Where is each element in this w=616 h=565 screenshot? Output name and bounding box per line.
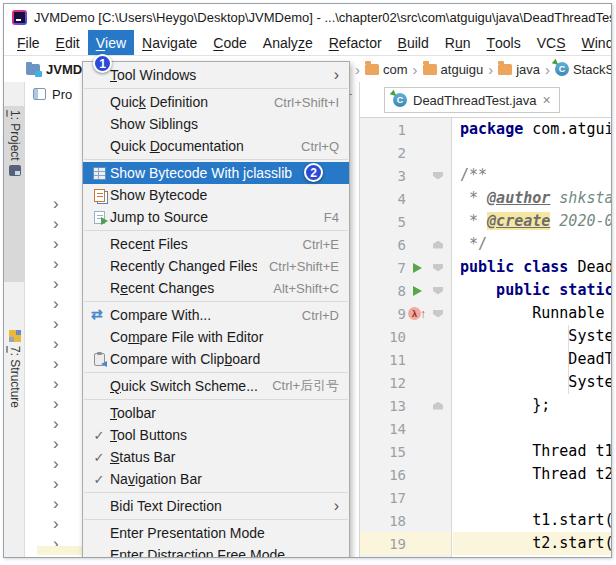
menubar-item-navigate[interactable]: Navigate bbox=[134, 30, 205, 55]
lambda-implement-icon[interactable]: λ↑ bbox=[406, 307, 428, 321]
menubar-item-code[interactable]: Code bbox=[205, 30, 254, 55]
breadcrumb-item-stacks[interactable]: CStackS bbox=[555, 62, 612, 77]
code-line-12: System.out.print bbox=[453, 371, 611, 394]
menu-item-quick-switch-scheme[interactable]: Quick Switch Scheme...Ctrl+后引号 bbox=[83, 375, 349, 397]
menubar-item-window[interactable]: Window bbox=[574, 30, 612, 55]
line-number: 4 bbox=[360, 191, 406, 207]
chevron-right-icon[interactable]: › bbox=[53, 397, 59, 411]
gutter-row: 2 bbox=[360, 141, 451, 164]
breadcrumb-item-com[interactable]: com bbox=[365, 62, 408, 77]
menu-separator bbox=[84, 372, 348, 373]
menu-item-enter-presentation-mode[interactable]: Enter Presentation Mode bbox=[83, 522, 349, 544]
code-token: shkstart bbox=[559, 189, 611, 207]
gutter-row: 5 bbox=[360, 210, 451, 233]
menu-item-tool-buttons[interactable]: ✓Tool Buttons bbox=[83, 424, 349, 446]
menu-separator bbox=[84, 230, 348, 231]
chevron-right-icon[interactable]: › bbox=[53, 457, 59, 471]
editor-tab-bar: C DeadThreadTest.java × bbox=[360, 82, 611, 118]
menubar-item-refactor[interactable]: Refactor bbox=[321, 30, 390, 55]
code-token: DeadThreadTest { bbox=[568, 258, 611, 276]
menu-item-status-bar[interactable]: ✓Status Bar bbox=[83, 446, 349, 468]
menubar-item-file[interactable]: File bbox=[9, 30, 48, 55]
code-line-11: DeadThread.m bbox=[453, 348, 611, 371]
jclasslib-icon bbox=[88, 167, 110, 180]
menu-item-quick-documentation[interactable]: Quick DocumentationCtrl+Q bbox=[83, 135, 349, 157]
fold-marker-icon[interactable] bbox=[428, 264, 448, 272]
sidebar-tab-structure[interactable]: 7: Structure bbox=[4, 326, 25, 478]
chevron-right-icon[interactable]: › bbox=[53, 357, 59, 371]
code-area: 123456789λ↑1011121314151617181920 packag… bbox=[360, 118, 611, 557]
menu-item-recent-changes[interactable]: Recent ChangesAlt+Shift+C bbox=[83, 277, 349, 299]
line-number: 3 bbox=[360, 168, 406, 184]
code-token: public static void bbox=[460, 281, 611, 299]
chevron-right-icon[interactable]: › bbox=[53, 197, 59, 211]
menu-item-show-bytecode[interactable]: Show Bytecode bbox=[83, 184, 349, 206]
menu-item-compare-with[interactable]: Compare With...Ctrl+D bbox=[83, 304, 349, 326]
line-number: 16 bbox=[360, 467, 406, 483]
line-number: 18 bbox=[360, 513, 406, 529]
tab-close-icon[interactable]: × bbox=[543, 92, 551, 108]
code-line-20: } bbox=[453, 555, 611, 557]
menu-item-label: Compare with Clipboard bbox=[110, 351, 339, 367]
nav-project-root[interactable]: JVMD bbox=[26, 56, 82, 82]
chevron-right-icon[interactable]: › bbox=[53, 497, 59, 511]
fold-marker-icon[interactable] bbox=[428, 287, 448, 295]
run-button-icon[interactable] bbox=[406, 286, 428, 296]
breadcrumb-item-atguigu[interactable]: atguigu bbox=[423, 62, 484, 77]
menu-item-quick-definition[interactable]: Quick DefinitionCtrl+Shift+I bbox=[83, 91, 349, 113]
menu-item-label: Quick Documentation bbox=[110, 138, 289, 154]
menu-item-show-siblings[interactable]: Show Siblings bbox=[83, 113, 349, 135]
menubar-item-build[interactable]: Build bbox=[390, 30, 437, 55]
menu-item-toolbar[interactable]: Toolbar bbox=[83, 402, 349, 424]
menu-item-shortcut: Ctrl+D bbox=[302, 308, 339, 323]
menu-item-enter-distraction-free-mode[interactable]: Enter Distraction Free Mode bbox=[83, 544, 349, 558]
fold-marker-icon[interactable] bbox=[428, 241, 448, 249]
chevron-right-icon[interactable]: › bbox=[53, 417, 59, 431]
menu-item-navigation-bar[interactable]: ✓Navigation Bar bbox=[83, 468, 349, 490]
menubar-item-view[interactable]: View bbox=[88, 30, 134, 55]
breadcrumb-item-java[interactable]: java bbox=[498, 62, 540, 77]
code-line-3: /** bbox=[453, 164, 611, 187]
chevron-right-icon[interactable]: › bbox=[53, 337, 59, 351]
menubar-item-vcs[interactable]: VCS bbox=[529, 30, 574, 55]
menubar-item-run[interactable]: Run bbox=[437, 30, 479, 55]
gutter-row: 12 bbox=[360, 371, 451, 394]
chevron-right-icon[interactable]: › bbox=[53, 437, 59, 451]
java-class-icon: C bbox=[393, 93, 407, 107]
run-button-icon[interactable] bbox=[406, 263, 428, 273]
code-line-8: public static void main(String[] args) { bbox=[453, 279, 611, 302]
menubar-item-analyze[interactable]: Analyze bbox=[255, 30, 321, 55]
sidebar-tab-project[interactable]: 1: Project bbox=[4, 106, 25, 282]
code-token: Thread t2 = new Thread( bbox=[460, 465, 611, 483]
line-number: 8 bbox=[360, 283, 406, 299]
code-token: Thread t1 = new Thread( bbox=[460, 442, 611, 460]
menubar-item-tools[interactable]: Tools bbox=[478, 30, 528, 55]
chevron-right-icon[interactable]: › bbox=[53, 237, 59, 251]
menubar-item-edit[interactable]: Edit bbox=[48, 30, 88, 55]
menu-item-tool-windows[interactable]: Tool Windows› bbox=[83, 64, 349, 86]
chevron-right-icon[interactable]: › bbox=[53, 257, 59, 271]
menu-item-jump-to-source[interactable]: Jump to SourceF4 bbox=[83, 206, 349, 228]
menu-item-label: Compare With... bbox=[110, 307, 290, 323]
menu-item-compare-with-clipboard[interactable]: Compare with Clipboard bbox=[83, 348, 349, 370]
menu-item-label: Toolbar bbox=[110, 405, 339, 421]
menu-item-recently-changed-files[interactable]: Recently Changed FilesCtrl+Shift+E bbox=[83, 255, 349, 277]
menu-item-show-bytecode-with-jclasslib[interactable]: Show Bytecode With jclasslib2 bbox=[83, 162, 349, 184]
menu-item-compare-file-with-editor[interactable]: Compare File with Editor bbox=[83, 326, 349, 348]
fold-marker-icon[interactable] bbox=[428, 310, 448, 318]
chevron-right-icon[interactable]: › bbox=[53, 477, 59, 491]
chevron-right-icon[interactable]: › bbox=[53, 377, 59, 391]
editor-tab-deadthreadtest[interactable]: C DeadThreadTest.java × bbox=[384, 87, 560, 113]
chevron-right-icon[interactable]: › bbox=[53, 277, 59, 291]
fold-marker-icon[interactable] bbox=[428, 172, 448, 180]
chevron-right-icon[interactable]: › bbox=[53, 217, 59, 231]
menu-item-shortcut: Ctrl+Q bbox=[301, 139, 339, 154]
chevron-right-icon[interactable]: › bbox=[53, 517, 59, 531]
menu-item-recent-files[interactable]: Recent FilesCtrl+E bbox=[83, 233, 349, 255]
fold-marker-icon[interactable] bbox=[428, 402, 448, 410]
menu-item-bidi-text-direction[interactable]: Bidi Text Direction› bbox=[83, 495, 349, 517]
gutter-row: 8 bbox=[360, 279, 451, 302]
chevron-right-icon[interactable]: › bbox=[53, 317, 59, 331]
annotation-badge-1: 1 bbox=[93, 54, 112, 73]
chevron-right-icon[interactable]: › bbox=[53, 297, 59, 311]
